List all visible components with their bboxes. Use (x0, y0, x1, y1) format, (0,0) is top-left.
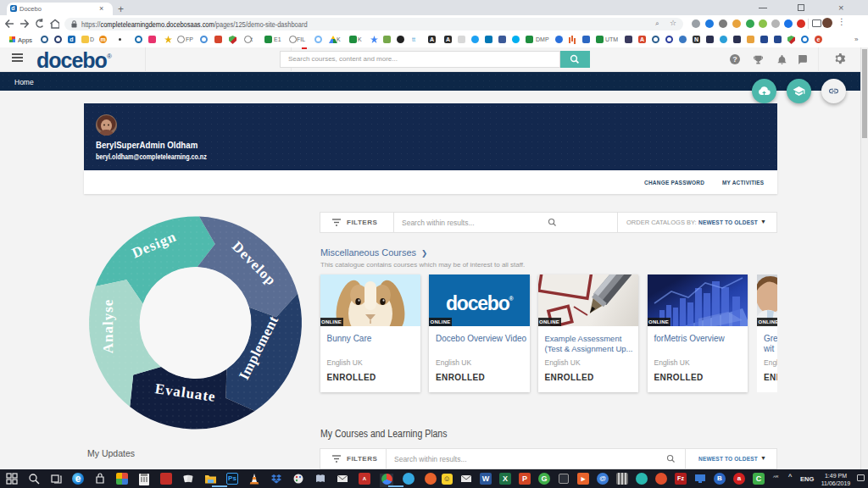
svg-text:Design: Design (130, 228, 179, 261)
svg-text:Evaluate: Evaluate (154, 380, 217, 405)
svg-text:Implement: Implement (236, 313, 281, 383)
svg-text:Analyse: Analyse (100, 299, 116, 354)
svg-text:Develop: Develop (229, 238, 280, 289)
